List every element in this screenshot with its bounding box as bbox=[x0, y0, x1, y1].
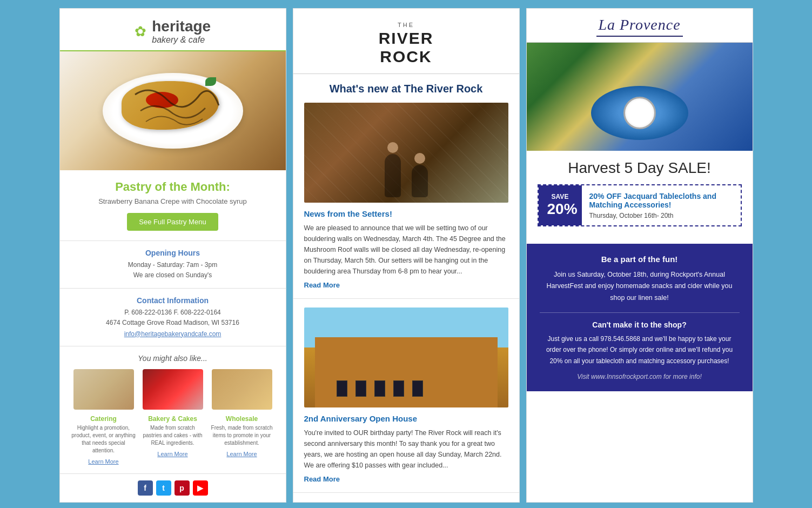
head-1 bbox=[387, 142, 398, 153]
blue-section-divider bbox=[540, 312, 740, 313]
building-facade bbox=[315, 337, 498, 407]
person-1 bbox=[385, 154, 401, 197]
heritage-header: ✿ heritage bakery & cafe bbox=[60, 9, 286, 51]
contact-section-url: Visit www.Innsofrockport.com for more in… bbox=[540, 373, 740, 380]
card-la-provence: La Provence Harvest 5 Day SALE! SAVE 20%… bbox=[526, 8, 753, 503]
article1-text: We are pleased to announce that we will … bbox=[304, 223, 508, 277]
save-dates: Thursday, October 16th- 20th bbox=[589, 212, 733, 219]
opening-hours-section: Opening Hours Monday - Saturday: 7am - 3… bbox=[60, 241, 286, 289]
contact-section-title: Can't make it to the shop? bbox=[540, 320, 740, 329]
provence-hero-image bbox=[527, 43, 753, 151]
article2-read-more-link[interactable]: Read More bbox=[304, 475, 340, 483]
chocolate-drizzle-svg bbox=[119, 78, 227, 132]
heritage-logo-text: heritage bakery & cafe bbox=[152, 18, 211, 45]
facebook-icon[interactable]: f bbox=[138, 480, 153, 496]
window-3 bbox=[374, 380, 385, 397]
brand-name: heritage bbox=[152, 18, 211, 35]
related-item-bakery: Bakery & Cakes Made from scratch pastrie… bbox=[140, 369, 205, 466]
brand-sub: bakery & cafe bbox=[152, 35, 205, 44]
article1-read-more-link[interactable]: Read More bbox=[304, 281, 340, 289]
river-rock-main-section: What's new at The River Rock News from t… bbox=[293, 74, 519, 299]
building-image bbox=[304, 308, 508, 407]
building-windows bbox=[337, 380, 423, 397]
rr-the-text: THE bbox=[398, 22, 414, 28]
window-1 bbox=[337, 380, 347, 397]
pinterest-icon[interactable]: p bbox=[175, 480, 190, 496]
fun-section-text: Join us Saturday, October 18th, during R… bbox=[540, 269, 740, 304]
catering-image bbox=[73, 369, 134, 410]
card-river-rock: THE RIVERROCK What's new at The River Ro… bbox=[293, 8, 520, 503]
save-box: SAVE 20% 20% OFF Jacquard Tablecloths an… bbox=[538, 184, 742, 226]
save-details-title: 20% OFF Jacquard Tablecloths and Matchin… bbox=[589, 192, 733, 209]
person-2 bbox=[412, 165, 428, 197]
bakery-image bbox=[143, 369, 203, 410]
crepe-visual bbox=[97, 68, 249, 154]
river-rock-logo: THE RIVERROCK bbox=[379, 19, 434, 66]
wholesale-title: Wholesale bbox=[210, 415, 274, 423]
related-section: You might also like... Catering Highligh… bbox=[60, 346, 286, 473]
climbing-image bbox=[304, 103, 508, 203]
heritage-logo-icon: ✿ bbox=[135, 23, 146, 40]
wholesale-learn-more-link[interactable]: Learn More bbox=[226, 451, 257, 457]
wholesale-desc: Fresh, made from scratch items to promot… bbox=[210, 424, 274, 447]
contact-section-text: Just give us a call 978.546.5868 and we'… bbox=[540, 333, 740, 366]
bakery-title: Bakery & Cakes bbox=[140, 415, 205, 423]
twitter-icon[interactable]: t bbox=[156, 480, 171, 496]
la-provence-header: La Provence bbox=[527, 9, 753, 43]
pastry-title: Pastry of the Month: bbox=[71, 180, 275, 194]
bakery-desc: Made from scratch pastries and cakes - w… bbox=[140, 424, 205, 447]
catering-title: Catering bbox=[71, 415, 136, 423]
article1-title: News from the Setters! bbox=[304, 209, 508, 218]
save-badge: SAVE 20% bbox=[539, 185, 582, 225]
river-rock-header: THE RIVERROCK bbox=[293, 9, 519, 74]
related-title: You might also like... bbox=[68, 354, 278, 363]
see-pastry-menu-button[interactable]: See Full Pastry Menu bbox=[127, 213, 218, 231]
opening-hours-heading: Opening Hours bbox=[76, 249, 270, 257]
contact-phone: P. 608-222-0136 F. 608-222-0164 bbox=[76, 308, 270, 318]
contact-address: 4674 Cottage Grove Road Madison, WI 5371… bbox=[76, 318, 270, 328]
save-details: 20% OFF Jacquard Tablecloths and Matchin… bbox=[582, 186, 741, 225]
save-off-label: 20% OFF Jacquard Tablecloths and Matchin… bbox=[589, 192, 716, 209]
contact-heading: Contact Information bbox=[76, 296, 270, 305]
contact-section: Contact Information P. 608-222-0136 F. 6… bbox=[60, 289, 286, 346]
sale-section: Harvest 5 Day SALE! SAVE 20% 20% OFF Jac… bbox=[527, 151, 753, 244]
climbers bbox=[385, 154, 428, 197]
related-item-wholesale: Wholesale Fresh, made from scratch items… bbox=[210, 369, 274, 466]
sale-title: Harvest 5 Day SALE! bbox=[538, 159, 742, 177]
logo-underline bbox=[596, 36, 683, 37]
rr-river-text: RIVERROCK bbox=[379, 29, 434, 66]
window-4 bbox=[393, 380, 404, 397]
bakery-learn-more-link[interactable]: Learn More bbox=[157, 451, 187, 457]
opening-hours-line1: Monday - Saturday: 7am - 3pm bbox=[76, 260, 270, 270]
save-percentage: 20% bbox=[547, 200, 573, 218]
opening-hours-line2: We are closed on Sunday's bbox=[76, 270, 270, 280]
crepe-image bbox=[60, 51, 286, 170]
window-5 bbox=[412, 380, 423, 397]
fun-section-title: Be a part of the fun! bbox=[540, 255, 740, 264]
catering-desc: Highlight a promotion, product, event, o… bbox=[71, 424, 136, 454]
save-label: SAVE bbox=[547, 193, 573, 200]
related-item-catering: Catering Highlight a promotion, product,… bbox=[71, 369, 136, 466]
plate-on-table bbox=[623, 97, 656, 129]
article2-title: 2nd Anniversary Open House bbox=[304, 414, 508, 423]
table-visual bbox=[586, 81, 694, 145]
la-provence-logo: La Provence bbox=[538, 16, 742, 34]
pastry-description: Strawberry Banana Crepe with Chocolate s… bbox=[71, 197, 275, 205]
wholesale-image bbox=[212, 369, 272, 410]
pastry-section: Pastry of the Month: Strawberry Banana C… bbox=[60, 170, 286, 241]
youtube-icon[interactable]: ▶ bbox=[193, 480, 208, 496]
related-items-list: Catering Highlight a promotion, product,… bbox=[68, 369, 278, 466]
river-rock-main-title: What's new at The River Rock bbox=[304, 83, 508, 95]
article2-text: You're invited to OUR birthday party! Th… bbox=[304, 427, 508, 471]
card-heritage-bakery: ✿ heritage bakery & cafe Pastry of the M… bbox=[59, 8, 286, 503]
social-links: f t p ▶ bbox=[60, 473, 286, 502]
window-2 bbox=[355, 380, 366, 397]
catering-learn-more-link[interactable]: Learn More bbox=[88, 458, 118, 465]
head-2 bbox=[414, 153, 425, 164]
contact-email-link[interactable]: info@heritagebakeryandcafe.com bbox=[124, 330, 222, 338]
river-rock-anniversary-section: 2nd Anniversary Open House You're invite… bbox=[293, 299, 519, 493]
blue-section: Be a part of the fun! Join us Saturday, … bbox=[527, 244, 753, 391]
